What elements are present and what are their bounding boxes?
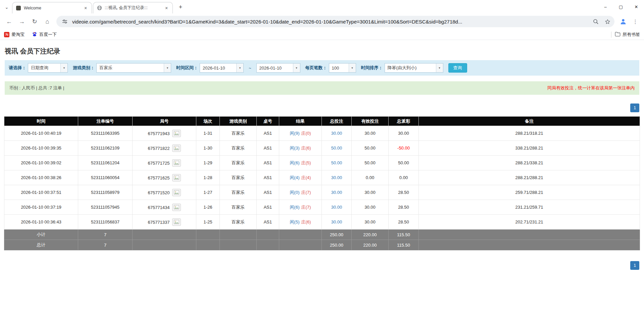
zoom-icon[interactable]: [591, 17, 600, 26]
total-bet-link[interactable]: 50.00: [331, 146, 342, 151]
bookmark-aitaobao[interactable]: 淘 爱淘宝: [4, 32, 24, 38]
round-image-icon[interactable]: [172, 159, 181, 167]
header-game-kind: 游戏类别: [220, 117, 257, 126]
round-image-icon[interactable]: [172, 204, 181, 211]
forward-button[interactable]: →: [16, 16, 28, 27]
game-kind-select[interactable]: 百家乐 ▾: [96, 63, 171, 73]
sort-select[interactable]: 降幂(由大到小) ▾: [385, 63, 443, 73]
cell-valid-bet: 50.00: [352, 141, 389, 156]
cell-remark: 288.21/318.21: [419, 126, 640, 141]
cell-result: 闲(4)庄(4): [279, 170, 322, 185]
round-image-icon[interactable]: [172, 144, 181, 152]
tab-title: :::视讯, 会员下注纪录:::: [105, 5, 161, 11]
taobao-icon: 淘: [4, 32, 9, 37]
round-image-icon[interactable]: [172, 218, 181, 226]
query-type-select[interactable]: 日期查询 ▾: [28, 63, 68, 73]
chevron-down-icon[interactable]: ▾: [436, 64, 443, 72]
site-settings-icon[interactable]: [60, 17, 69, 26]
cell-payout: 0.00: [389, 170, 419, 185]
new-tab-button[interactable]: +: [176, 2, 185, 12]
tab-welcome[interactable]: Welcome ✕: [12, 2, 92, 13]
round-image-icon[interactable]: [172, 130, 181, 137]
total-bet-link[interactable]: 30.00: [331, 131, 342, 136]
total-bet-link[interactable]: 30.00: [331, 219, 342, 224]
cell-result: 闲(9)庄(0): [279, 126, 322, 141]
date-end-input[interactable]: 2026-01-10 ▾: [256, 63, 300, 73]
total-valid-bet: 220.00: [352, 240, 389, 250]
maximize-button[interactable]: ▢: [613, 0, 629, 13]
chevron-down-icon[interactable]: ▾: [236, 64, 243, 72]
cell-table-no: AS1: [257, 215, 279, 230]
date-range-label: 时间区间：: [176, 65, 198, 71]
result-banker: 庄(5): [301, 160, 311, 165]
bookmark-label: 爱淘宝: [11, 32, 24, 38]
result-player: 闲(6): [290, 160, 300, 165]
tab-close-icon[interactable]: ✕: [164, 5, 169, 11]
sort-value[interactable]: 降幂(由大到小): [385, 64, 436, 72]
cell-remark: 259.71/288.21: [419, 185, 640, 200]
date-start-value[interactable]: 2026-01-10: [200, 64, 236, 72]
result-banker: 庄(7): [301, 205, 311, 210]
cell-result: 闲(6)庄(5): [279, 156, 322, 170]
all-bookmarks-button[interactable]: 所有书签: [615, 32, 640, 38]
total-row: 总计 7 250.00 220.00 115.50: [4, 240, 640, 250]
total-count: 7: [78, 240, 133, 250]
pagination-bottom: 1: [5, 261, 639, 270]
home-button[interactable]: ⌂: [42, 16, 53, 27]
folder-icon: [615, 32, 621, 38]
tab-betrecord[interactable]: :::视讯, 会员下注纪录::: ✕: [93, 2, 173, 13]
round-image-icon[interactable]: [172, 174, 181, 181]
chevron-down-icon[interactable]: ▾: [293, 64, 300, 72]
chevron-down-icon[interactable]: ▾: [60, 64, 67, 72]
back-button[interactable]: ←: [3, 16, 15, 27]
total-bet-link[interactable]: 50.00: [331, 160, 342, 165]
page-1-button[interactable]: 1: [630, 103, 639, 112]
round-number: 675771943: [148, 131, 169, 136]
cell-valid-bet: 30.00: [352, 200, 389, 215]
tab-close-icon[interactable]: ✕: [83, 5, 88, 11]
chevron-down-icon[interactable]: ▾: [349, 64, 356, 72]
round-image-icon[interactable]: [172, 189, 181, 196]
chevron-down-icon[interactable]: ▾: [164, 64, 171, 72]
table-row: 2026-01-10 00:39:35 523111062109 6757718…: [4, 141, 640, 156]
per-page-select[interactable]: 100 ▾: [329, 63, 356, 73]
bookmark-baidu[interactable]: 百度一下: [32, 32, 57, 38]
result-player: 闲(5): [290, 219, 300, 224]
cell-bet-id: 523111062109: [78, 141, 133, 156]
sort-label: 时间排序：: [361, 65, 383, 71]
bookmark-star-icon[interactable]: [603, 17, 612, 26]
subtotal-count: 7: [78, 230, 133, 240]
close-button[interactable]: ✕: [629, 0, 644, 13]
cell-round: 675771725: [133, 156, 196, 170]
result-player: 闲(4): [290, 175, 300, 180]
profile-avatar-icon[interactable]: [618, 16, 629, 27]
date-start-input[interactable]: 2026-01-10 ▾: [200, 63, 244, 73]
result-banker: 庄(7): [301, 190, 311, 195]
browser-menu-icon[interactable]: ⋮: [630, 16, 641, 27]
page-1-button[interactable]: 1: [630, 261, 639, 270]
cell-game: 百家乐: [220, 185, 257, 200]
address-bar[interactable]: videoie.com/game/betrecord_search/kind3?…: [56, 16, 614, 27]
cell-result: 闲(6)庄(7): [279, 200, 322, 215]
game-kind-value[interactable]: 百家乐: [97, 64, 164, 72]
tab-search-chevron-icon[interactable]: ⌄: [2, 2, 11, 12]
reload-button[interactable]: ↻: [29, 16, 40, 27]
tab-title: Welcome: [24, 6, 80, 10]
cell-game: 百家乐: [220, 156, 257, 170]
per-page-value[interactable]: 100: [329, 64, 349, 72]
total-bet-link[interactable]: 30.00: [331, 190, 342, 195]
round-number: 675771337: [148, 219, 169, 224]
date-end-value[interactable]: 2026-01-10: [257, 64, 293, 72]
search-button[interactable]: 查询: [448, 63, 467, 73]
result-player: 闲(0): [290, 190, 300, 195]
subtotal-payout: 115.50: [389, 230, 419, 240]
query-type-value[interactable]: 日期查询: [28, 64, 60, 72]
minimize-button[interactable]: –: [598, 0, 613, 13]
globe-icon: [97, 5, 102, 11]
total-bet-link[interactable]: 30.00: [331, 205, 342, 210]
url-text[interactable]: videoie.com/game/betrecord_search/kind3?…: [72, 19, 588, 25]
total-bet-link[interactable]: 30.00: [331, 175, 342, 180]
cell-result: 闲(5)庄(6): [279, 215, 322, 230]
table-row: 2026-01-10 00:40:19 523111063395 6757719…: [4, 126, 640, 141]
tab-favicon: [16, 5, 21, 11]
